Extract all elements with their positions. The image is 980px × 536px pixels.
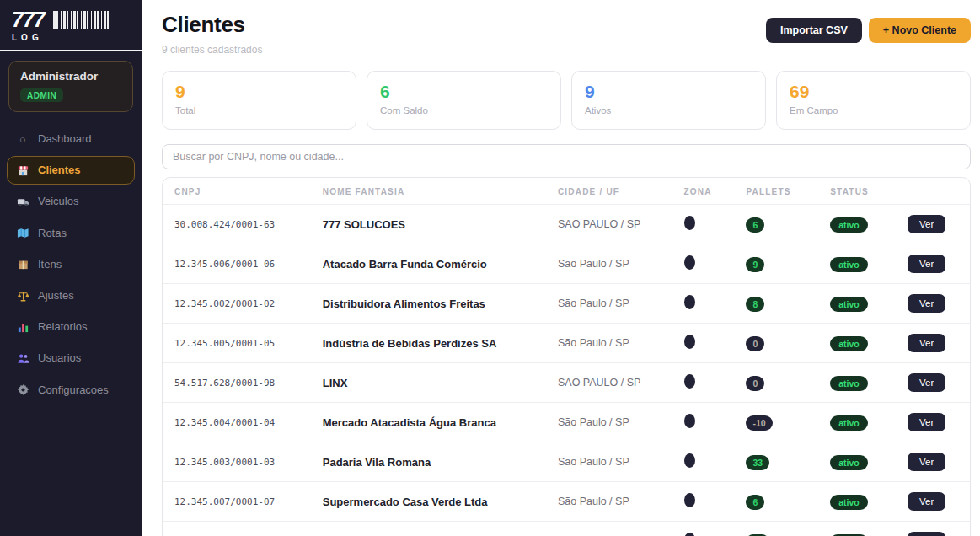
cell-cnpj: 30.008.424/0001-63 — [163, 205, 323, 244]
new-client-button[interactable]: + Novo Cliente — [869, 18, 971, 43]
logo-text: LOG — [12, 33, 130, 42]
stat-card-ativos: 9 Ativos — [571, 71, 766, 130]
pallets-badge: 6 — [746, 217, 764, 233]
map-icon — [16, 227, 29, 240]
cell-cnpj: 12.345.006/0001-06 — [163, 244, 323, 284]
stat-label: Com Saldo — [380, 105, 548, 115]
cell-name: 777 SOLUCOES — [323, 205, 558, 244]
zona-badge — [684, 255, 695, 270]
dashboard-icon: ○ — [16, 132, 29, 146]
cell-name: Mercado Atacadista Água Branca — [323, 403, 558, 442]
chart-icon — [16, 320, 29, 334]
status-badge: ativo — [830, 415, 868, 431]
page-title: Clientes — [162, 12, 262, 38]
pallets-badge: 8 — [746, 297, 764, 312]
cell-cnpj: 12.345.007/0001-07 — [163, 482, 323, 522]
sidebar-item-label: Relatorios — [38, 319, 88, 335]
col-header-cidade: CIDADE / UF — [558, 178, 684, 205]
stats-row: 9 Total 6 Com Saldo 9 Ativos 69 Em Campo — [162, 71, 971, 130]
sidebar-item-configuracoes[interactable]: Configuracoes — [7, 376, 135, 405]
sidebar-item-dashboard[interactable]: ○ Dashboard — [7, 125, 135, 153]
page-header: Clientes 9 clientes cadastrados Importar… — [162, 12, 971, 56]
zona-badge — [684, 295, 695, 309]
cell-cnpj: 12.345.005/0001-05 — [163, 324, 323, 363]
view-button[interactable]: Ver — [908, 413, 945, 431]
sidebar-item-veiculos[interactable]: Veiculos — [7, 187, 135, 216]
sidebar-item-relatorios[interactable]: Relatorios — [7, 313, 135, 341]
cell-name: Atacado Barra Funda Comércio — [323, 244, 558, 284]
view-button[interactable]: Ver — [908, 492, 945, 511]
cell-city: SAO PAULO / SP — [558, 205, 684, 244]
zona-badge — [684, 216, 695, 230]
zona-badge — [684, 453, 695, 468]
col-header-pallets: PALLETS — [746, 178, 830, 205]
cell-name: LINX — [323, 363, 558, 403]
sidebar-item-label: Itens — [38, 257, 62, 272]
pallets-badge: 6 — [746, 495, 764, 510]
table-row: 12.345.007/0001-07 Supermercado Casa Ver… — [163, 482, 970, 522]
view-button[interactable]: Ver — [908, 532, 945, 536]
pallets-badge: -10 — [746, 415, 772, 431]
import-csv-button[interactable]: Importar CSV — [766, 18, 862, 43]
table-row: 12.345.006/0001-06 Atacado Barra Funda C… — [163, 244, 970, 284]
search-input[interactable] — [162, 144, 971, 169]
col-header-status: STATUS — [830, 178, 908, 205]
table-row: 12.345.002/0001-02 Distribuidora Aliment… — [163, 284, 970, 324]
sidebar-item-label: Veiculos — [38, 194, 78, 209]
zona-badge — [684, 414, 695, 428]
clients-table-card: CNPJ NOME FANTASIA CIDADE / UF ZONA PALL… — [162, 177, 971, 536]
sidebar-item-clientes[interactable]: Clientes — [7, 156, 135, 185]
sidebar-item-label: Rotas — [38, 226, 67, 241]
cell-city: São Paulo / SP — [558, 442, 684, 482]
sidebar-item-itens[interactable]: Itens — [7, 250, 135, 279]
stat-value: 9 — [175, 81, 343, 102]
cell-city: São Paulo / SP — [558, 403, 684, 442]
status-badge: ativo — [830, 336, 868, 351]
logo: 777 LOG — [0, 0, 142, 51]
pallets-badge: 9 — [746, 257, 764, 272]
status-badge: ativo — [830, 455, 868, 470]
truck-icon — [16, 195, 29, 208]
status-badge: ativo — [830, 257, 868, 272]
sidebar-item-label: Configuracoes — [38, 383, 109, 398]
pallets-badge: 0 — [746, 336, 764, 351]
view-button[interactable]: Ver — [908, 334, 945, 352]
table-row: 30.008.424/0001-63 777 SOLUCOES SAO PAUL… — [163, 205, 970, 244]
scale-icon — [16, 289, 29, 303]
sidebar-menu: ○ Dashboard Clientes Veiculos Rotas It — [0, 114, 142, 418]
cell-city: São Paulo / SP — [558, 522, 684, 536]
col-header-actions — [908, 178, 970, 205]
sidebar-item-usuarios[interactable]: Usuarios — [7, 344, 135, 373]
main-content: Clientes 9 clientes cadastrados Importar… — [142, 0, 980, 536]
status-badge: ativo — [830, 217, 868, 233]
admin-role-badge: ADMIN — [20, 88, 63, 102]
stat-card-em-campo: 69 Em Campo — [776, 71, 971, 130]
sidebar-item-label: Clientes — [38, 163, 81, 178]
view-button[interactable]: Ver — [908, 255, 945, 273]
package-icon — [16, 258, 29, 271]
view-button[interactable]: Ver — [908, 215, 945, 233]
cell-cnpj: 12.345.003/0001-03 — [163, 442, 323, 482]
pallets-badge: 0 — [746, 376, 764, 391]
cell-cnpj: 12.345.001/0001-01 — [163, 522, 323, 536]
sidebar-item-rotas[interactable]: Rotas — [7, 219, 135, 248]
table-row: 12.345.005/0001-05 Indústria de Bebidas … — [163, 324, 970, 363]
view-button[interactable]: Ver — [908, 453, 945, 471]
cell-city: São Paulo / SP — [558, 284, 684, 324]
sidebar-item-ajustes[interactable]: Ajustes — [7, 281, 135, 310]
cell-cnpj: 12.345.002/0001-02 — [163, 284, 323, 324]
table-header-row: CNPJ NOME FANTASIA CIDADE / UF ZONA PALL… — [163, 178, 970, 205]
cell-city: São Paulo / SP — [558, 324, 684, 363]
sidebar: 777 LOG Administrador ADMIN ○ Dashboard … — [0, 0, 142, 536]
stat-value: 9 — [585, 81, 752, 102]
sidebar-item-label: Ajustes — [38, 288, 74, 303]
zona-badge — [684, 335, 695, 349]
sidebar-item-label: Dashboard — [38, 131, 92, 147]
view-button[interactable]: Ver — [908, 373, 945, 392]
table-row: 12.345.003/0001-03 Padaria Vila Romana S… — [163, 442, 970, 482]
table-row: 12.345.004/0001-04 Mercado Atacadista Ág… — [163, 403, 970, 442]
gear-icon — [16, 383, 29, 397]
col-header-cnpj: CNPJ — [163, 178, 323, 205]
stat-label: Total — [175, 105, 343, 115]
view-button[interactable]: Ver — [908, 294, 945, 313]
